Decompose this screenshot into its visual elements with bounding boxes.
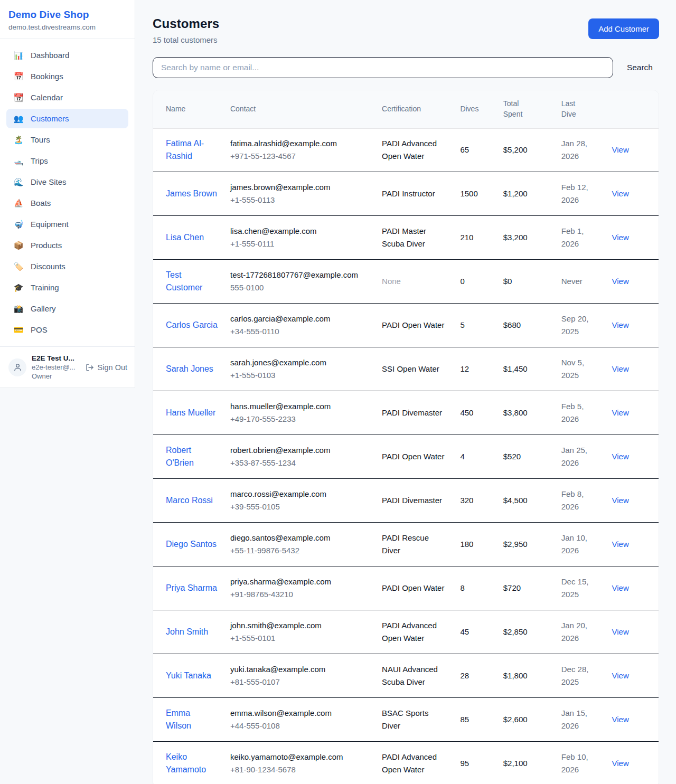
add-customer-button[interactable]: Add Customer — [588, 18, 659, 39]
customer-count: 15 total customers — [153, 35, 219, 44]
sidebar-item-discounts[interactable]: 🏷️Discounts — [6, 257, 128, 276]
view-link[interactable]: View — [612, 277, 628, 286]
customer-name-link[interactable]: Robert O'Brien — [166, 444, 218, 469]
sidebar-item-trips[interactable]: 🛥️Trips — [6, 151, 128, 171]
customer-name-link[interactable]: Carlos Garcia — [166, 319, 218, 332]
sidebar-item-label: Discounts — [31, 262, 65, 271]
customer-email: keiko.yamamoto@example.com — [230, 751, 369, 763]
customer-name-link[interactable]: James Brown — [166, 187, 217, 200]
view-link[interactable]: View — [612, 408, 628, 417]
customer-dives: 5 — [460, 320, 464, 329]
customer-phone: +1-555-0101 — [230, 632, 369, 645]
sidebar-item-label: Calendar — [31, 93, 63, 102]
equipment-icon: 🤿 — [13, 220, 24, 228]
customer-total-spent: $2,850 — [503, 627, 528, 636]
sidebar-item-tours[interactable]: 🏝️Tours — [6, 130, 128, 149]
sidebar-item-boats[interactable]: ⛵Boats — [6, 193, 128, 213]
search-button[interactable]: Search — [621, 59, 659, 77]
customer-name-link[interactable]: Hans Mueller — [166, 407, 215, 419]
customer-total-spent: $4,500 — [503, 496, 528, 505]
sidebar-item-gallery[interactable]: 📸Gallery — [6, 299, 128, 318]
sidebar-item-label: Products — [31, 241, 62, 250]
sidebar-item-equipment[interactable]: 🤿Equipment — [6, 214, 128, 234]
view-link[interactable]: View — [612, 671, 628, 680]
customer-total-spent: $1,200 — [503, 189, 528, 198]
sidebar-item-products[interactable]: 📦Products — [6, 235, 128, 255]
customer-phone: +44-555-0108 — [230, 720, 369, 732]
sidebar-item-bookings[interactable]: 📅Bookings — [6, 67, 128, 86]
view-link[interactable]: View — [612, 452, 628, 461]
view-link[interactable]: View — [612, 320, 628, 329]
customer-name-link[interactable]: Priya Sharma — [166, 582, 217, 594]
sign-out-button[interactable]: Sign Out — [86, 363, 127, 372]
customer-total-spent: $5,200 — [503, 145, 528, 154]
customer-email: lisa.chen@example.com — [230, 225, 369, 238]
table-row: Yuki Tanakayuki.tanaka@example.com+81-55… — [153, 654, 659, 697]
customer-total-spent: $680 — [503, 320, 521, 329]
customer-name-link[interactable]: Sarah Jones — [166, 363, 213, 375]
column-header-certification: Certification — [375, 90, 454, 128]
customer-name-link[interactable]: Fatima Al-Rashid — [166, 137, 218, 163]
view-link[interactable]: View — [612, 540, 628, 549]
sidebar-item-customers[interactable]: 👥Customers — [6, 109, 128, 128]
customer-name-link[interactable]: John Smith — [166, 626, 208, 638]
customer-last-dive: Feb 10, 2026 — [561, 752, 588, 774]
customer-name-link[interactable]: Test Customer — [166, 269, 218, 294]
user-info: E2E Test U... e2e-tester@... Owner — [32, 354, 80, 380]
sidebar-item-pos[interactable]: 💳POS — [6, 320, 128, 339]
sidebar-item-label: Dive Sites — [31, 177, 67, 186]
user-box: E2E Test U... e2e-tester@... Owner Sign … — [0, 346, 135, 388]
customer-dives: 320 — [460, 496, 473, 505]
customer-name-link[interactable]: Diego Santos — [166, 538, 217, 551]
customer-name-link[interactable]: Emma Wilson — [166, 707, 218, 732]
search-input[interactable] — [153, 57, 613, 78]
customer-name-link[interactable]: Marco Rossi — [166, 494, 213, 507]
logout-icon — [86, 363, 94, 372]
customer-phone: +81-90-1234-5678 — [230, 763, 369, 776]
customer-email: carlos.garcia@example.com — [230, 313, 369, 325]
customer-dives: 0 — [460, 277, 464, 286]
customer-dives: 180 — [460, 540, 473, 549]
sidebar-item-label: Boats — [31, 199, 51, 207]
discounts-icon: 🏷️ — [13, 262, 24, 270]
view-link[interactable]: View — [612, 627, 628, 636]
view-link[interactable]: View — [612, 715, 628, 724]
table-row: Hans Muellerhans.mueller@example.com+49-… — [153, 391, 659, 434]
sidebar-item-training[interactable]: 🎓Training — [6, 278, 128, 297]
sidebar-item-calendar[interactable]: 📆Calendar — [6, 88, 128, 107]
view-link[interactable]: View — [612, 233, 628, 242]
customer-certification: PADI Advanced Open Water — [382, 752, 437, 774]
shop-name[interactable]: Demo Dive Shop — [8, 9, 126, 21]
column-header-text: Dives — [460, 105, 478, 113]
customer-name-link[interactable]: Lisa Chen — [166, 231, 204, 244]
table-row: Diego Santosdiego.santos@example.com+55-… — [153, 522, 659, 566]
user-role: Owner — [32, 372, 80, 380]
table-row: Fatima Al-Rashidfatima.alrashid@example.… — [153, 128, 659, 172]
table-row: Carlos Garciacarlos.garcia@example.com+3… — [153, 303, 659, 347]
customer-total-spent: $2,950 — [503, 540, 528, 549]
customer-total-spent: $0 — [503, 277, 512, 286]
view-link[interactable]: View — [612, 583, 628, 592]
customer-last-dive: Feb 1, 2026 — [561, 226, 584, 248]
table-row: Sarah Jonessarah.jones@example.com+1-555… — [153, 347, 659, 391]
customer-name-link[interactable]: Yuki Tanaka — [166, 669, 211, 682]
sidebar-item-dashboard[interactable]: 📊Dashboard — [6, 45, 128, 65]
sidebar-item-label: Customers — [31, 114, 69, 123]
sidebar-item-dive-sites[interactable]: 🌊Dive Sites — [6, 172, 128, 192]
view-link[interactable]: View — [612, 759, 628, 768]
view-link[interactable]: View — [612, 496, 628, 505]
sidebar-item-label: POS — [31, 325, 48, 334]
view-link[interactable]: View — [612, 364, 628, 373]
column-header-total-spent: Total Spent — [497, 90, 555, 128]
customer-email: hans.mueller@example.com — [230, 400, 369, 413]
customer-last-dive: Dec 28, 2025 — [561, 665, 589, 686]
brand: Demo Dive Shop demo.test.divestreams.com — [0, 0, 135, 39]
view-link[interactable]: View — [612, 145, 628, 154]
customer-dives: 45 — [460, 627, 469, 636]
table-header: NameContactCertificationDivesTotal Spent… — [153, 90, 659, 128]
customer-phone: +49-170-555-2233 — [230, 413, 369, 426]
sidebar-item-label: Training — [31, 283, 59, 292]
view-link[interactable]: View — [612, 189, 628, 198]
customer-name-link[interactable]: Keiko Yamamoto — [166, 751, 218, 776]
table-row: Test Customertest-1772681807767@example.… — [153, 259, 659, 303]
